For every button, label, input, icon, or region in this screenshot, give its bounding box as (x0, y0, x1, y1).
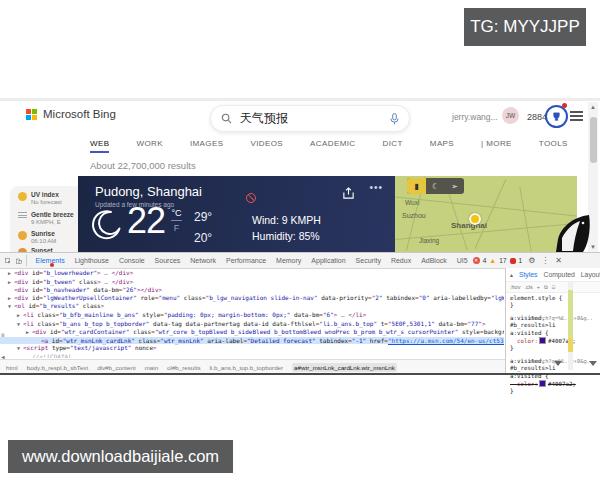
dom-node[interactable]: ▶<li class="b_bfb_mainline b_ans" style=… (0, 311, 504, 320)
dom-node[interactable]: ▶<div id="wtr_cardContainer" class="wtr_… (0, 328, 504, 337)
breadcrumb-item[interactable]: li.b_ans.b_top.b_topborder (209, 364, 283, 371)
microphone-icon[interactable] (390, 113, 399, 125)
devtools-close-icon[interactable]: ✕ (555, 256, 562, 265)
page-scrollbar-thumb[interactable] (590, 117, 597, 163)
weather-map[interactable]: WuxiSuzhouShanghaiJiaxing ▮☾➢ (395, 176, 577, 252)
watermark-telegram: TG: MYYJJPP (464, 8, 586, 46)
bing-nav-tabs: WEBWORKIMAGESVIDEOSACADEMICDICTMAPS| MOR… (90, 139, 568, 153)
broken-image-icon (246, 193, 256, 203)
devtools-tab-redux[interactable]: Redux (386, 257, 416, 264)
breadcrumb-item[interactable]: div#b_content (97, 364, 136, 371)
styles-filter-icon[interactable]: :hov (510, 284, 520, 290)
bing-tab-images[interactable]: IMAGES (190, 139, 224, 153)
error-badge-icon[interactable]: ✕ (473, 257, 480, 264)
search-box[interactable]: 天气预报 (210, 105, 410, 132)
unit-celsius[interactable]: °C (171, 208, 182, 218)
dom-node[interactable]: ▶<div id="lgWeatherUpsellContainer" role… (0, 294, 504, 303)
watermark-site: www.downloadbaijiale.com (8, 440, 233, 473)
dom-node-selected[interactable]: <a id="wtr_msnLnk_cardLnk" class="wtr_ms… (0, 337, 504, 345)
style-source-link[interactable]: search?q=%E..c+0&g.. (529, 315, 593, 322)
issues-badge-icon[interactable] (510, 258, 516, 264)
styles-scrollbar[interactable] (568, 282, 573, 370)
devtools-tab-console[interactable]: Console (114, 257, 150, 264)
bing-tab-tools[interactable]: TOOLS (539, 139, 568, 153)
user-name[interactable]: jerry.wang... (452, 112, 498, 122)
devtools-menu-icon[interactable]: ⋮ (541, 256, 549, 265)
microsoft-logo-icon (26, 109, 37, 120)
devtools-tab-sources[interactable]: Sources (150, 257, 186, 264)
styles-filter-icon[interactable]: ⧉ (544, 284, 548, 291)
inspect-element-icon[interactable] (5, 256, 11, 266)
dom-node[interactable]: ▶<div id="b_tween" class> … </div> (0, 278, 504, 287)
devtools-tab-memory[interactable]: Memory (271, 257, 306, 264)
avatar[interactable]: JW (502, 107, 519, 124)
dom-node[interactable]: ▼<ol id="b_results" class> (0, 302, 504, 311)
styles-tab-computed[interactable]: Computed (543, 271, 574, 278)
styles-tab-styles[interactable]: Styles (519, 271, 538, 278)
temperature-value: 22 (127, 200, 165, 242)
devtools-tab-adblock[interactable]: AdBlock (416, 257, 452, 264)
devtools-tab-lighthouse[interactable]: Lighthouse (70, 257, 114, 264)
breadcrumb-item[interactable]: ol#b_results (167, 364, 200, 371)
breadcrumb-item[interactable]: main (145, 364, 158, 371)
map-wind-button[interactable]: ➢ (445, 178, 464, 194)
devtools-tab-elements[interactable]: Elements (30, 257, 69, 264)
selected-node-marker: ≡ (1, 331, 5, 338)
map-label-jiaxing: Jiaxing (419, 237, 439, 244)
bing-tab-dict[interactable]: DICT (383, 139, 403, 153)
dom-node[interactable]: ▼<script type="text/javascript" nonce> (0, 344, 504, 353)
styles-rules: element.style {}a:visited,search?q=%E..c… (506, 293, 600, 396)
devtools-tab-ui5[interactable]: UI5 (452, 257, 473, 264)
rewards-medal-icon[interactable] (545, 105, 568, 128)
devtools-tab-application[interactable]: Application (306, 257, 350, 264)
devtools-tab-security[interactable]: Security (351, 257, 386, 264)
collapse-arrow-icon[interactable]: ▲ (509, 272, 514, 278)
search-input[interactable]: 天气预报 (240, 110, 390, 127)
map-moon-button[interactable]: ☾ (426, 178, 445, 194)
error-count[interactable]: 4 (483, 257, 487, 264)
breadcrumb-item[interactable]: a#wtr_msnLnk_cardLnk.wtr_msnLnk (292, 363, 397, 372)
share-icon[interactable] (342, 186, 355, 204)
warning-count[interactable]: 17 (499, 257, 506, 264)
styles-tab-layout[interactable]: Layout (581, 271, 600, 278)
map-thermometer-button[interactable]: ▮ (407, 178, 426, 194)
styles-filter-icon[interactable]: + (537, 284, 540, 290)
devtools-tab-performance[interactable]: Performance (221, 257, 271, 264)
color-swatch (539, 337, 546, 344)
moon-icon (90, 209, 122, 245)
more-options-icon[interactable]: ••• (369, 182, 383, 193)
bing-tab-videos[interactable]: VIDEOS (250, 139, 283, 153)
breadcrumb-item[interactable]: body.b_respl.b_sbText (27, 364, 88, 371)
dom-node[interactable]: //<![CDATA[ (0, 353, 504, 358)
issues-count[interactable]: 1 (519, 257, 523, 264)
styles-filter-icon[interactable]: .cls (524, 284, 532, 290)
map-road (519, 186, 531, 251)
screenshot-root: TG: MYYJJPP Microsoft Bing 天气预报 jerry.wa… (0, 0, 600, 480)
bing-tab-more[interactable]: | MORE (481, 139, 512, 153)
scroll-up-icon[interactable]: ▲ (588, 104, 598, 110)
dom-node[interactable]: ▶<div id="b_lowerheader"> … </div> (0, 269, 504, 278)
weather-card[interactable]: Pudong, Shanghai Updated a few minutes a… (78, 176, 395, 252)
breadcrumb-item[interactable]: html (6, 364, 18, 371)
brand-text: Microsoft Bing (43, 108, 116, 120)
unit-fahrenheit[interactable]: F (171, 223, 182, 233)
warning-badge-icon[interactable]: ▲ (489, 257, 496, 264)
bing-tab-web[interactable]: WEB (90, 139, 109, 153)
unit-toggle[interactable]: °C F (171, 208, 182, 233)
settings-gear-icon[interactable]: ⚙ (528, 256, 535, 265)
bing-tab-maps[interactable]: MAPS (430, 139, 454, 153)
dom-node[interactable]: <div id="b_navheader" data-bm="26"></div… (0, 286, 504, 294)
styles-filter-icon[interactable]: ⌸ (552, 284, 555, 291)
device-toolbar-icon[interactable] (16, 256, 22, 266)
dom-node[interactable]: ▼<li class="b_ans b_top b_topborder" dat… (0, 320, 504, 329)
bing-logo[interactable]: Microsoft Bing (26, 108, 116, 120)
hamburger-menu-icon[interactable] (570, 111, 583, 124)
wind-icon (18, 212, 27, 221)
bing-tab-work[interactable]: WORK (136, 139, 163, 153)
devtools-toolbar: ElementsLighthouseConsoleSourcesNetworkP… (0, 253, 600, 269)
devtools-tab-network[interactable]: Network (185, 257, 221, 264)
weather-side-item: UV indexNo forecast (18, 191, 62, 205)
weather-side-item: Sunrise06:10 AM (18, 230, 56, 244)
bing-tab-academic[interactable]: ACADEMIC (310, 139, 355, 153)
map-location-pin (469, 213, 481, 225)
